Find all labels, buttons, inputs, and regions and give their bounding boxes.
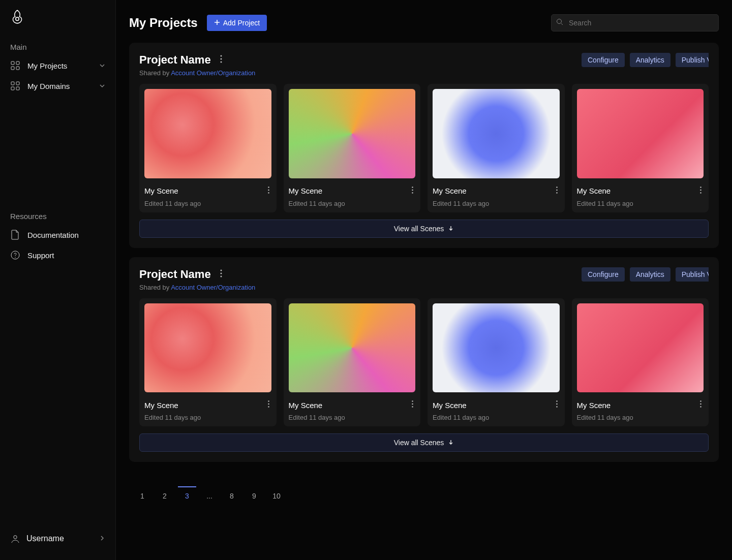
main-content: My Projects Add Project Project Name Con… [116,0,732,560]
sidebar-item-label: My Domains [27,82,70,90]
owner-link[interactable]: Account Owner/Organization [171,284,255,291]
scene-card[interactable]: My Scene Edited 11 days ago [428,298,565,427]
add-project-button[interactable]: Add Project [207,15,267,31]
publish-chip[interactable]: Publish Version [676,267,709,282]
svg-point-17 [268,189,269,191]
svg-point-41 [700,403,702,405]
analytics-chip[interactable]: Analytics [630,267,670,282]
project-menu-button[interactable] [218,53,224,67]
svg-rect-7 [11,87,14,90]
scene-name: My Scene [289,401,323,410]
publish-chip[interactable]: Publish Version [676,53,709,67]
svg-point-16 [268,186,269,188]
page-button[interactable]: 1 [133,486,151,505]
svg-point-42 [700,407,702,408]
configure-chip[interactable]: Configure [582,53,625,67]
search-icon [556,18,563,27]
scene-name: My Scene [577,401,611,410]
scene-thumbnail [433,303,560,393]
page-button[interactable]: 8 [223,486,241,505]
sidebar: Main My Projects My Domains Resources Do… [0,0,116,560]
scene-edited: Edited 11 days ago [144,414,271,421]
scene-menu-button[interactable] [266,184,271,198]
scene-card[interactable]: My Scene Edited 11 days ago [428,84,565,212]
svg-point-24 [556,192,558,194]
svg-rect-8 [16,87,19,90]
scene-edited: Edited 11 days ago [433,414,560,421]
arrow-down-icon [448,439,454,447]
scene-menu-button[interactable] [266,398,271,412]
section-resources-label: Resources [0,208,115,225]
project-title: Project Name [139,53,211,67]
scene-card[interactable]: My Scene Edited 11 days ago [284,298,421,427]
svg-point-10 [15,257,15,258]
scene-menu-button[interactable] [698,398,704,412]
scene-name: My Scene [144,401,178,410]
help-icon [10,250,20,260]
svg-point-11 [14,536,17,539]
svg-point-29 [220,272,222,274]
scene-card[interactable]: My Scene Edited 11 days ago [139,84,277,212]
svg-point-27 [700,192,702,194]
svg-point-37 [556,401,558,402]
project-title: Project Name [139,268,211,281]
page-button-active[interactable]: 3 [178,486,196,505]
svg-point-15 [220,61,222,63]
svg-point-13 [220,55,222,57]
scene-card[interactable]: My Scene Edited 11 days ago [572,84,709,212]
svg-point-25 [700,186,702,188]
chevron-right-icon [99,534,105,543]
scene-card[interactable]: My Scene Edited 11 days ago [572,298,709,427]
svg-rect-1 [11,61,14,65]
svg-rect-6 [16,82,19,85]
scene-menu-button[interactable] [554,184,560,198]
view-all-scenes-button[interactable]: View all Scenes [139,433,709,452]
configure-chip[interactable]: Configure [582,267,625,282]
svg-point-35 [412,403,413,405]
page-title: My Projects [129,16,198,30]
scene-thumbnail [577,303,704,393]
page-header: My Projects Add Project [129,14,719,32]
shared-by-line: Shared by Account Owner/Organization [139,69,709,77]
svg-point-18 [268,192,269,194]
scene-card[interactable]: My Scene Edited 11 days ago [139,298,277,427]
sidebar-item-documentation[interactable]: Documentation [0,225,115,245]
scene-card[interactable]: My Scene Edited 11 days ago [284,84,421,212]
svg-point-12 [557,19,562,24]
svg-point-21 [412,192,413,194]
sidebar-item-my-projects[interactable]: My Projects [0,55,115,76]
scene-name: My Scene [289,186,323,195]
scene-menu-button[interactable] [410,398,415,412]
scene-menu-button[interactable] [698,184,704,198]
page-button[interactable]: 9 [245,486,263,505]
scene-menu-button[interactable] [410,184,415,198]
project-menu-button[interactable] [218,267,224,282]
page-button[interactable]: 10 [267,486,286,505]
view-all-scenes-button[interactable]: View all Scenes [139,220,709,238]
svg-point-30 [220,275,222,277]
pagination: 1 2 3 ... 8 9 10 [129,471,719,509]
owner-link[interactable]: Account Owner/Organization [171,69,255,77]
svg-point-19 [412,186,413,188]
page-button[interactable]: 2 [156,486,174,505]
svg-rect-5 [11,82,14,85]
scene-edited: Edited 11 days ago [433,200,560,207]
scene-menu-button[interactable] [554,398,560,412]
analytics-chip[interactable]: Analytics [630,53,670,67]
document-icon [10,230,20,240]
svg-point-34 [412,401,413,402]
scene-thumbnail [577,89,704,178]
scene-edited: Edited 11 days ago [289,200,416,207]
sidebar-item-my-domains[interactable]: My Domains [0,76,115,96]
scene-thumbnail [144,89,271,178]
svg-point-33 [268,407,269,408]
search-input[interactable] [551,14,719,32]
grid-icon [10,81,20,91]
sidebar-item-support[interactable]: Support [0,245,115,265]
scene-thumbnail [144,303,271,393]
arrow-down-icon [448,225,454,233]
logo [0,9,115,39]
svg-point-20 [412,189,413,191]
user-menu[interactable]: Username [0,526,115,551]
section-main-label: Main [0,39,115,55]
